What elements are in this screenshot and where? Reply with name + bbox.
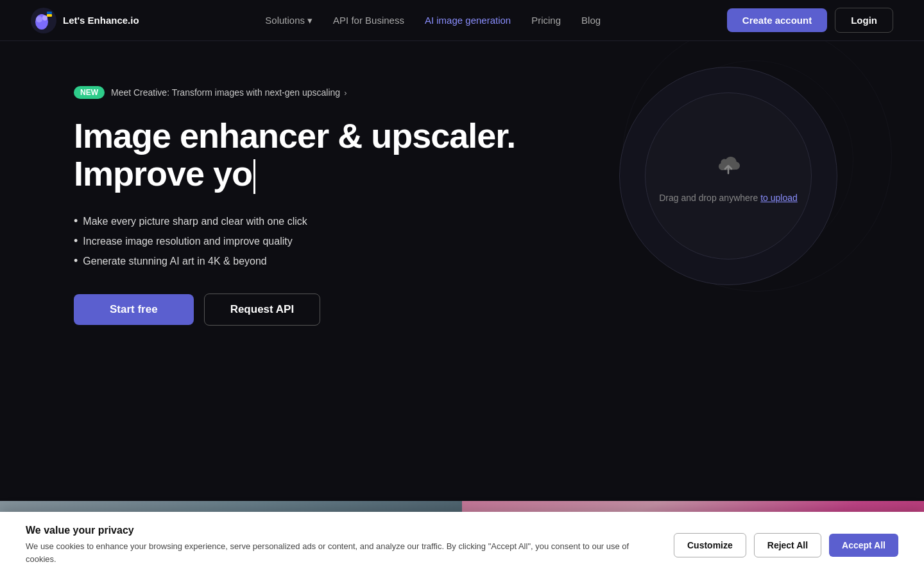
- nav-solutions[interactable]: Solutions ▾: [265, 15, 312, 26]
- svg-rect-5: [47, 14, 52, 17]
- upload-cloud-icon: [713, 149, 744, 182]
- chevron-right-icon: ›: [344, 88, 346, 98]
- svg-rect-4: [47, 12, 52, 14]
- request-api-button[interactable]: Request API: [204, 293, 321, 326]
- create-account-button[interactable]: Create account: [727, 8, 827, 32]
- cursor-bar: [253, 159, 255, 194]
- hero-title: Image enhancer & upscaler. Improve yo: [74, 117, 555, 194]
- cookie-description: We use cookies to enhance your browsing …: [26, 540, 653, 565]
- badge-row: NEW Meet Creative: Transform images with…: [74, 86, 606, 99]
- accept-all-button[interactable]: Accept All: [829, 534, 898, 557]
- upload-instructions: Drag and drop anywhere to upload: [659, 193, 798, 203]
- hero-buttons: Start free Request API: [74, 293, 606, 326]
- new-badge: NEW: [74, 86, 105, 99]
- upload-area-outer[interactable]: Drag and drop anywhere to upload: [619, 67, 837, 285]
- nav-ai-image[interactable]: AI image generation: [425, 15, 511, 26]
- bullet-2: Increase image resolution and improve qu…: [74, 234, 606, 248]
- cookie-actions: Customize Reject All Accept All: [674, 533, 898, 557]
- start-free-button[interactable]: Start free: [74, 294, 194, 325]
- nav-actions: Create account Login: [727, 8, 893, 33]
- nav-pricing[interactable]: Pricing: [531, 15, 561, 26]
- reject-all-button[interactable]: Reject All: [754, 533, 821, 557]
- svg-point-2: [36, 16, 42, 22]
- customize-button[interactable]: Customize: [674, 533, 746, 557]
- cookie-banner: We value your privacy We use cookies to …: [0, 512, 924, 578]
- nav-api-business[interactable]: API for Business: [333, 15, 404, 26]
- navbar: Let's Enhance.io Solutions ▾ API for Bus…: [0, 0, 924, 41]
- bullet-1: Make every picture sharp and clear with …: [74, 215, 606, 228]
- bullet-3: Generate stunning AI art in 4K & beyond: [74, 254, 606, 268]
- logo-text: Let's Enhance.io: [63, 15, 139, 26]
- upload-area-inner[interactable]: Drag and drop anywhere to upload: [645, 92, 812, 259]
- badge-description[interactable]: Meet Creative: Transform images with nex…: [111, 87, 347, 98]
- login-button[interactable]: Login: [835, 8, 893, 33]
- hero-section: NEW Meet Creative: Transform images with…: [0, 41, 924, 507]
- cookie-text-area: We value your privacy We use cookies to …: [26, 525, 653, 565]
- upload-link[interactable]: to upload: [760, 193, 798, 203]
- hero-bullets: Make every picture sharp and clear with …: [74, 215, 606, 268]
- svg-point-3: [42, 15, 47, 21]
- nav-blog[interactable]: Blog: [581, 15, 601, 26]
- hero-left: NEW Meet Creative: Transform images with…: [74, 80, 606, 326]
- cookie-title: We value your privacy: [26, 525, 653, 536]
- logo[interactable]: Let's Enhance.io: [31, 8, 139, 33]
- chevron-down-icon: ▾: [307, 15, 312, 26]
- nav-links: Solutions ▾ API for Business AI image ge…: [265, 15, 601, 26]
- hero-right: Drag and drop anywhere to upload: [606, 67, 850, 285]
